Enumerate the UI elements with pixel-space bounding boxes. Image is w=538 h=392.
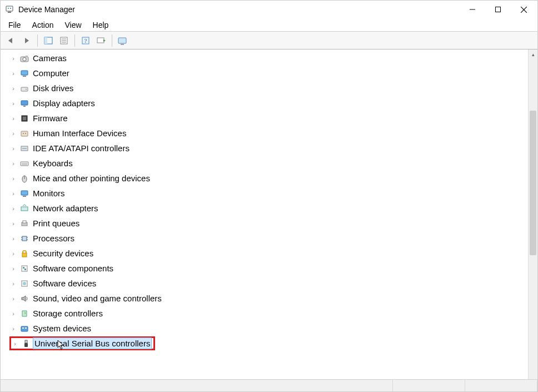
expand-chevron-icon[interactable]: › bbox=[9, 100, 17, 107]
hid-icon bbox=[19, 128, 29, 138]
cpu-icon bbox=[19, 234, 29, 244]
tree-node-label: Sound, video and game controllers bbox=[32, 293, 163, 304]
device-tree[interactable]: ›Cameras›Computer›Disk drives›Display ad… bbox=[1, 49, 528, 379]
tree-node-label: Network adapters bbox=[32, 203, 99, 214]
tree-node[interactable]: ›Keyboards bbox=[9, 156, 528, 171]
tree-node[interactable]: ›Cameras bbox=[9, 51, 528, 66]
scroll-thumb[interactable] bbox=[530, 111, 536, 255]
help-button[interactable]: ? bbox=[78, 33, 93, 48]
menu-help[interactable]: Help bbox=[87, 19, 114, 31]
svg-rect-16 bbox=[97, 38, 104, 43]
tree-node[interactable]: ›System devices bbox=[9, 321, 528, 336]
close-button[interactable] bbox=[511, 1, 536, 18]
tree-node-label: Universal Serial Bus controllers bbox=[33, 338, 151, 349]
expand-chevron-icon[interactable]: › bbox=[9, 250, 17, 257]
tree-node-label: IDE ATA/ATAPI controllers bbox=[32, 143, 131, 153]
expand-chevron-icon[interactable]: › bbox=[9, 325, 17, 332]
expand-chevron-icon[interactable]: › bbox=[9, 310, 17, 317]
svg-rect-9 bbox=[44, 37, 47, 44]
properties-button[interactable] bbox=[57, 33, 71, 48]
minimize-button[interactable] bbox=[460, 1, 485, 18]
expand-chevron-icon[interactable]: › bbox=[9, 295, 17, 302]
tree-node-label: Display adapters bbox=[32, 98, 96, 108]
app-icon bbox=[5, 5, 14, 14]
firmware-icon bbox=[19, 113, 29, 123]
show-hide-console-tree-button[interactable] bbox=[41, 33, 56, 48]
network-icon bbox=[19, 204, 29, 214]
tree-node[interactable]: ›Software components bbox=[9, 261, 528, 276]
tree-node-label: Software components bbox=[32, 263, 114, 274]
scan-hardware-button[interactable] bbox=[94, 33, 108, 48]
menubar: File Action View Help bbox=[1, 18, 537, 32]
back-button[interactable] bbox=[4, 33, 18, 48]
content-area: ›Cameras›Computer›Disk drives›Display ad… bbox=[1, 49, 537, 379]
menu-label: Help bbox=[93, 21, 109, 29]
tree-node[interactable]: ›Sound, video and game controllers bbox=[9, 291, 528, 306]
expand-chevron-icon[interactable]: › bbox=[9, 160, 17, 167]
display-icon bbox=[19, 98, 29, 108]
window-controls bbox=[460, 1, 536, 18]
svg-rect-5 bbox=[496, 7, 501, 12]
expand-chevron-icon[interactable]: › bbox=[9, 205, 17, 212]
tree-node[interactable]: ›Universal Serial Bus controllers bbox=[9, 336, 528, 351]
forward-button[interactable] bbox=[19, 33, 34, 48]
tree-node-label: Mice and other pointing devices bbox=[32, 173, 151, 183]
tree-node[interactable]: ›Network adapters bbox=[9, 201, 528, 216]
tree-node[interactable]: ›Software devices bbox=[9, 276, 528, 291]
tree-node-label: Cameras bbox=[32, 53, 68, 63]
security-icon bbox=[19, 249, 29, 259]
update-driver-button[interactable] bbox=[116, 33, 130, 48]
expand-chevron-icon[interactable]: › bbox=[9, 70, 17, 77]
menu-file[interactable]: File bbox=[3, 19, 27, 31]
menu-label: File bbox=[8, 21, 21, 29]
tree-node[interactable]: ›Human Interface Devices bbox=[9, 126, 528, 141]
expand-chevron-icon[interactable]: › bbox=[9, 145, 17, 152]
statusbar bbox=[1, 379, 537, 391]
tree-node[interactable]: ›Security devices bbox=[9, 246, 528, 261]
svg-rect-17 bbox=[118, 38, 126, 43]
tree-node[interactable]: ›Computer bbox=[9, 66, 528, 81]
expand-chevron-icon[interactable]: › bbox=[9, 55, 17, 62]
expand-chevron-icon[interactable]: › bbox=[9, 235, 17, 242]
expand-chevron-icon[interactable]: › bbox=[9, 175, 17, 182]
tree-node[interactable]: ›Print queues bbox=[9, 216, 528, 231]
expand-chevron-icon[interactable]: › bbox=[9, 130, 17, 137]
expand-chevron-icon[interactable]: › bbox=[9, 220, 17, 227]
menu-label: View bbox=[64, 21, 81, 29]
tree-node[interactable]: ›Mice and other pointing devices bbox=[9, 171, 528, 186]
expand-chevron-icon[interactable]: › bbox=[9, 190, 17, 197]
expand-chevron-icon[interactable]: › bbox=[9, 115, 17, 122]
tree-node-label: Processors bbox=[32, 233, 76, 244]
camera-icon bbox=[19, 53, 29, 63]
tree-node[interactable]: ›IDE ATA/ATAPI controllers bbox=[9, 141, 528, 156]
tree-node[interactable]: ›Firmware bbox=[9, 111, 528, 126]
menu-label: Action bbox=[32, 21, 54, 29]
tree-node-label: Computer bbox=[32, 68, 71, 78]
computer-icon bbox=[19, 68, 29, 78]
menu-action[interactable]: Action bbox=[27, 19, 59, 31]
vertical-scrollbar[interactable]: ▴ bbox=[528, 49, 537, 379]
maximize-button[interactable] bbox=[485, 1, 511, 18]
tree-node-label: Disk drives bbox=[32, 83, 74, 93]
tree-node[interactable]: ›Display adapters bbox=[9, 96, 528, 111]
tree-node[interactable]: ›Monitors bbox=[9, 186, 528, 201]
tree-node-label: Firmware bbox=[32, 113, 69, 123]
tree-node[interactable]: ›Processors bbox=[9, 231, 528, 246]
swdev-icon bbox=[19, 279, 29, 289]
tree-node-label: Software devices bbox=[32, 278, 97, 289]
expand-chevron-icon[interactable]: › bbox=[9, 280, 17, 287]
tree-node-label: Security devices bbox=[32, 248, 94, 259]
menu-view[interactable]: View bbox=[59, 19, 87, 31]
ide-icon bbox=[19, 143, 29, 153]
expand-chevron-icon[interactable]: › bbox=[9, 265, 17, 272]
keyboard-icon bbox=[19, 158, 29, 168]
storage-icon bbox=[19, 309, 29, 319]
scroll-up-arrow[interactable]: ▴ bbox=[529, 49, 537, 59]
tree-node-label: Print queues bbox=[32, 218, 81, 229]
printer-icon bbox=[19, 219, 29, 229]
expand-chevron-icon[interactable]: › bbox=[11, 340, 19, 347]
tree-node[interactable]: ›Disk drives bbox=[9, 81, 528, 96]
tree-node[interactable]: ›Storage controllers bbox=[9, 306, 528, 321]
toolbar-separator bbox=[37, 34, 38, 47]
expand-chevron-icon[interactable]: › bbox=[9, 85, 17, 92]
